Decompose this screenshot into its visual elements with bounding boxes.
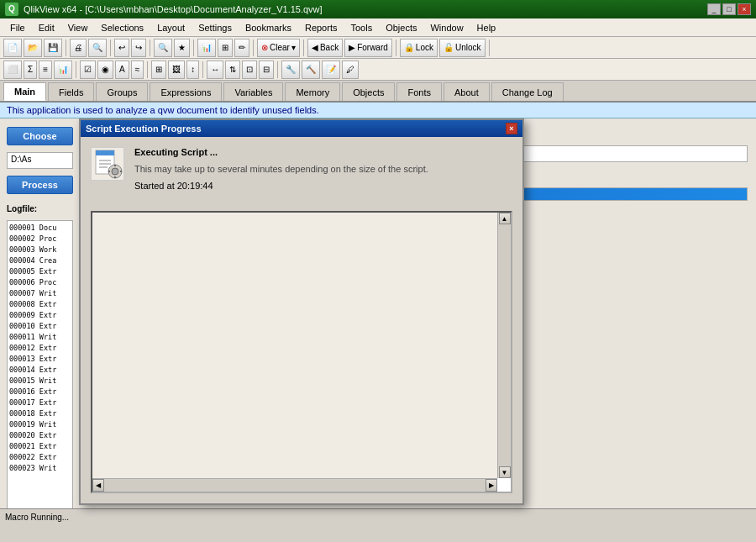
tab-changelog[interactable]: Change Log xyxy=(491,82,564,101)
process-button[interactable]: Process xyxy=(7,176,73,194)
tb2-btn9[interactable]: ⊞ xyxy=(151,61,166,79)
preview-button[interactable]: 🔍 xyxy=(88,39,107,57)
tab-memory[interactable]: Memory xyxy=(285,82,340,101)
log-line-17: 000017 Extr xyxy=(9,397,71,408)
dialog-executing-text: Executing Script ... xyxy=(134,147,512,157)
tb2-btn3[interactable]: ≡ xyxy=(39,61,52,79)
log-line-23: 000023 Writ xyxy=(9,463,71,474)
dialog-close-button[interactable]: × xyxy=(506,123,517,134)
menu-bookmarks[interactable]: Bookmarks xyxy=(239,21,298,34)
tab-main[interactable]: Main xyxy=(3,82,46,101)
script-icon xyxy=(91,147,124,181)
tab-expressions[interactable]: Expressions xyxy=(150,82,222,101)
sep1 xyxy=(66,39,66,56)
reload-button[interactable]: ↩ xyxy=(114,39,129,57)
new-button[interactable]: 📄 xyxy=(3,39,22,57)
menu-layout[interactable]: Layout xyxy=(150,21,192,34)
dialog-hscrollbar[interactable]: ◀ ▶ xyxy=(92,478,497,492)
chart-button[interactable]: 📊 xyxy=(197,39,216,57)
log-line-16: 000016 Extr xyxy=(9,387,71,397)
tab-about[interactable]: About xyxy=(444,82,490,101)
tab-fonts[interactable]: Fonts xyxy=(396,82,442,101)
tb2-btn5[interactable]: ☑ xyxy=(80,61,96,79)
tb2-btn19[interactable]: 🖊 xyxy=(342,61,359,79)
tab-groups[interactable]: Groups xyxy=(96,82,148,101)
dialog-vscrollbar[interactable]: ▲ ▼ xyxy=(497,213,511,478)
table-button[interactable]: ⊞ xyxy=(218,39,233,57)
sep7 xyxy=(396,39,396,56)
edit-icon: ✏ xyxy=(239,43,245,52)
clear-button[interactable]: ⊗ Clear ▾ xyxy=(257,39,300,57)
menu-help[interactable]: Help xyxy=(470,21,503,34)
print-button[interactable]: 🖨 xyxy=(70,39,87,57)
dialog-icon-row: Executing Script ... This may take up to… xyxy=(91,147,512,191)
scroll-right-arrow[interactable]: ▶ xyxy=(486,479,497,492)
tb2-icon17: 🔨 xyxy=(306,65,316,74)
scroll-down-arrow[interactable]: ▼ xyxy=(499,466,511,478)
tb2-btn11[interactable]: ↕ xyxy=(186,61,199,79)
save-button[interactable]: 💾 xyxy=(44,39,62,57)
log-line-8: 000008 Extr xyxy=(9,299,71,310)
log-line-13: 000013 Extr xyxy=(9,354,71,365)
tb2-icon9: ⊞ xyxy=(155,65,162,74)
choose-button[interactable]: Choose xyxy=(7,127,73,145)
menu-selections[interactable]: Selections xyxy=(94,21,150,34)
tb2-btn4[interactable]: 📊 xyxy=(54,61,72,79)
tb2-btn18[interactable]: 📝 xyxy=(322,61,340,79)
log-line-19: 000019 Writ xyxy=(9,419,71,430)
sep5 xyxy=(253,39,254,56)
hscroll-track xyxy=(104,479,486,492)
tb2-btn14[interactable]: ⊡ xyxy=(242,61,257,79)
close-button[interactable]: × xyxy=(738,3,751,15)
tb2-btn13[interactable]: ⇅ xyxy=(225,61,240,79)
save-icon: 💾 xyxy=(48,43,58,52)
tb2-btn7[interactable]: A xyxy=(115,61,129,79)
tb2-btn16[interactable]: 🔧 xyxy=(281,61,300,79)
forward-button[interactable]: ▶ Forward xyxy=(344,39,392,57)
menu-objects[interactable]: Objects xyxy=(379,21,423,34)
tb2-icon5: ☑ xyxy=(84,65,92,74)
menu-window[interactable]: Window xyxy=(423,21,470,34)
tb2-btn12[interactable]: ↔ xyxy=(207,61,223,79)
minimize-button[interactable]: _ xyxy=(707,3,721,15)
log-line-2: 000002 Proc xyxy=(9,234,71,245)
tb2-btn17[interactable]: 🔨 xyxy=(302,61,320,79)
tb2-icon16: 🔧 xyxy=(286,65,296,74)
menu-view[interactable]: View xyxy=(61,21,95,34)
sep6 xyxy=(303,39,304,56)
chart-icon: 📊 xyxy=(202,43,212,52)
menu-file[interactable]: File xyxy=(3,21,32,34)
menu-edit[interactable]: Edit xyxy=(32,21,61,34)
tab-fields[interactable]: Fields xyxy=(48,82,94,101)
menu-settings[interactable]: Settings xyxy=(192,21,239,34)
search-button[interactable]: 🔍 xyxy=(154,39,172,57)
reload2-button[interactable]: ↪ xyxy=(131,39,146,57)
unlock-icon: 🔓 xyxy=(444,43,454,52)
dialog-log-area xyxy=(92,213,497,478)
log-line-1: 000001 Docu xyxy=(9,223,71,234)
bookmark-button[interactable]: ★ xyxy=(174,39,190,57)
tab-variables[interactable]: Variables xyxy=(223,82,283,101)
tb2-btn10[interactable]: 🖼 xyxy=(168,61,185,79)
tb2-btn15[interactable]: ⊟ xyxy=(259,61,274,79)
scroll-left-arrow[interactable]: ◀ xyxy=(92,479,104,492)
unlock-button[interactable]: 🔓 Unlock xyxy=(439,39,486,57)
lock-icon: 🔒 xyxy=(404,43,414,52)
tb2-btn2[interactable]: Σ xyxy=(24,61,37,79)
tab-objects[interactable]: Objects xyxy=(342,82,395,101)
tb2-icon2: Σ xyxy=(28,65,33,74)
open-button[interactable]: 📂 xyxy=(24,39,42,57)
tb2-icon14: ⊡ xyxy=(246,65,253,74)
tb2-btn6[interactable]: ◉ xyxy=(97,61,113,79)
tb2-icon3: ≡ xyxy=(43,65,48,74)
tb2-btn8[interactable]: ≈ xyxy=(131,61,144,79)
menu-tools[interactable]: Tools xyxy=(344,21,379,34)
maximize-button[interactable]: □ xyxy=(722,3,736,15)
edit-button[interactable]: ✏ xyxy=(234,39,249,57)
left-panel: Choose D:\As Process Logfile: 000001 Doc… xyxy=(0,118,80,518)
back-button[interactable]: ◀ Back xyxy=(307,39,343,57)
lock-button[interactable]: 🔒 Lock xyxy=(400,39,438,57)
tb2-btn1[interactable]: ⬜ xyxy=(3,61,22,79)
menu-reports[interactable]: Reports xyxy=(298,21,344,34)
scroll-up-arrow[interactable]: ▲ xyxy=(499,213,511,224)
